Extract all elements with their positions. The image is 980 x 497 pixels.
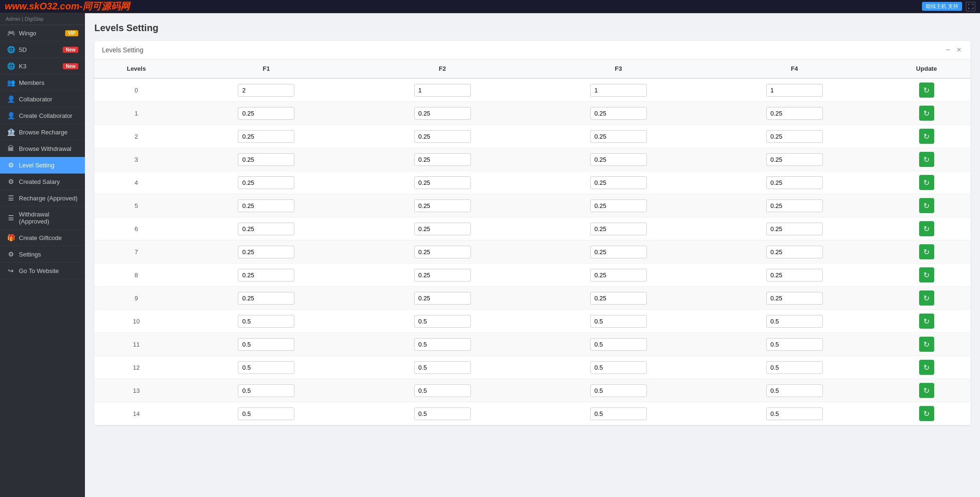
update-btn-8[interactable]: ↻ <box>919 267 934 282</box>
input-3-f3[interactable] <box>590 153 647 166</box>
input-14-f4[interactable] <box>766 407 823 420</box>
sidebar-item-5d[interactable]: 🌐 5D New <box>0 41 85 58</box>
input-2-f1[interactable] <box>238 130 294 143</box>
update-btn-1[interactable]: ↻ <box>919 106 934 121</box>
topbar-action-btn[interactable]: 能续主机 支持 <box>922 2 962 11</box>
input-8-f3[interactable] <box>590 269 647 282</box>
input-7-f1[interactable] <box>238 246 294 258</box>
input-10-f1[interactable] <box>238 315 294 328</box>
input-8-f1[interactable] <box>238 269 294 282</box>
input-10-f2[interactable] <box>414 315 471 328</box>
input-13-f3[interactable] <box>590 384 647 397</box>
input-1-f4[interactable] <box>766 107 823 120</box>
input-3-f4[interactable] <box>766 153 823 166</box>
card-close-btn[interactable]: × <box>955 46 963 54</box>
input-5-f3[interactable] <box>590 199 647 212</box>
input-7-f3[interactable] <box>590 246 647 258</box>
input-10-f4[interactable] <box>766 315 823 328</box>
input-5-f4[interactable] <box>766 199 823 212</box>
input-2-f2[interactable] <box>414 130 471 143</box>
sidebar-item-settings[interactable]: ⚙ Settings <box>0 246 85 263</box>
input-7-f4[interactable] <box>766 246 823 258</box>
sidebar-item-level-setting[interactable]: ⚙ Level Setting <box>0 157 85 174</box>
input-1-f1[interactable] <box>238 107 294 120</box>
input-13-f2[interactable] <box>414 384 471 397</box>
input-9-f1[interactable] <box>238 292 294 305</box>
input-1-f3[interactable] <box>590 107 647 120</box>
sidebar-item-recharge-approved[interactable]: ☰ Recharge (Approved) <box>0 190 85 207</box>
input-4-f2[interactable] <box>414 176 471 189</box>
input-11-f4[interactable] <box>766 338 823 351</box>
update-btn-13[interactable]: ↻ <box>919 383 934 398</box>
input-4-f1[interactable] <box>238 176 294 189</box>
input-12-f3[interactable] <box>590 361 647 374</box>
input-2-f4[interactable] <box>766 130 823 143</box>
input-12-f1[interactable] <box>238 361 294 374</box>
sidebar-item-wingo[interactable]: 🎮 Wingo VIP <box>0 25 85 41</box>
input-14-f1[interactable] <box>238 407 294 420</box>
sidebar-item-k3[interactable]: 🌐 K3 New <box>0 58 85 75</box>
input-1-f2[interactable] <box>414 107 471 120</box>
update-btn-2[interactable]: ↻ <box>919 129 934 144</box>
members-icon: 👥 <box>7 79 15 86</box>
sidebar-item-members[interactable]: 👥 Members <box>0 75 85 91</box>
cell-3-f2 <box>354 148 530 171</box>
input-0-f4[interactable] <box>766 84 823 97</box>
layout: Admin | DigiSlay 🎮 Wingo VIP 🌐 5D New 🌐 … <box>0 13 980 497</box>
sidebar-item-go-to-website[interactable]: ↪ Go To Website <box>0 263 85 279</box>
topbar-expand-btn[interactable]: ⛶ <box>966 2 975 11</box>
input-2-f3[interactable] <box>590 130 647 143</box>
input-12-f2[interactable] <box>414 361 471 374</box>
input-0-f1[interactable] <box>238 84 294 97</box>
update-cell-1: ↻ <box>882 102 971 125</box>
input-12-f4[interactable] <box>766 361 823 374</box>
input-5-f1[interactable] <box>238 199 294 212</box>
input-3-f2[interactable] <box>414 153 471 166</box>
update-btn-7[interactable]: ↻ <box>919 244 934 259</box>
update-btn-3[interactable]: ↻ <box>919 152 934 167</box>
input-13-f1[interactable] <box>238 384 294 397</box>
input-14-f3[interactable] <box>590 407 647 420</box>
cell-3-f1 <box>178 148 354 171</box>
update-btn-10[interactable]: ↻ <box>919 314 934 329</box>
update-btn-14[interactable]: ↻ <box>919 406 934 421</box>
sidebar-item-create-collaborator[interactable]: 👤 Create Collaborator <box>0 108 85 124</box>
input-7-f2[interactable] <box>414 246 471 258</box>
sidebar-item-withdrawal-approved[interactable]: ☰ Withdrawal (Approved) <box>0 207 85 230</box>
input-11-f3[interactable] <box>590 338 647 351</box>
input-4-f4[interactable] <box>766 176 823 189</box>
input-11-f1[interactable] <box>238 338 294 351</box>
input-3-f1[interactable] <box>238 153 294 166</box>
sidebar-item-browse-withdrawal[interactable]: 🏛 Browse Withdrawal <box>0 141 85 157</box>
input-8-f2[interactable] <box>414 269 471 282</box>
update-btn-5[interactable]: ↻ <box>919 198 934 213</box>
input-6-f3[interactable] <box>590 223 647 235</box>
input-9-f2[interactable] <box>414 292 471 305</box>
sidebar-item-browse-recharge[interactable]: 🏦 Browse Recharge <box>0 124 85 141</box>
input-9-f3[interactable] <box>590 292 647 305</box>
update-btn-6[interactable]: ↻ <box>919 221 934 236</box>
sidebar-item-collaborator[interactable]: 👤 Collaborator <box>0 91 85 108</box>
update-btn-4[interactable]: ↻ <box>919 175 934 190</box>
input-13-f4[interactable] <box>766 384 823 397</box>
input-4-f3[interactable] <box>590 176 647 189</box>
input-6-f4[interactable] <box>766 223 823 235</box>
withdrawal-approved-icon: ☰ <box>7 214 15 222</box>
input-9-f4[interactable] <box>766 292 823 305</box>
input-6-f1[interactable] <box>238 223 294 235</box>
input-5-f2[interactable] <box>414 199 471 212</box>
input-8-f4[interactable] <box>766 269 823 282</box>
update-btn-11[interactable]: ↻ <box>919 337 934 352</box>
input-6-f2[interactable] <box>414 223 471 235</box>
update-btn-0[interactable]: ↻ <box>919 83 934 98</box>
input-0-f2[interactable] <box>414 84 471 97</box>
card-minimize-btn[interactable]: − <box>944 46 952 54</box>
input-0-f3[interactable] <box>590 84 647 97</box>
input-11-f2[interactable] <box>414 338 471 351</box>
update-btn-12[interactable]: ↻ <box>919 360 934 375</box>
sidebar-item-created-salary[interactable]: ⚙ Created Salary <box>0 174 85 190</box>
update-btn-9[interactable]: ↻ <box>919 290 934 306</box>
sidebar-item-create-giftcode[interactable]: 🎁 Create Giftcode <box>0 230 85 246</box>
input-10-f3[interactable] <box>590 315 647 328</box>
input-14-f2[interactable] <box>414 407 471 420</box>
